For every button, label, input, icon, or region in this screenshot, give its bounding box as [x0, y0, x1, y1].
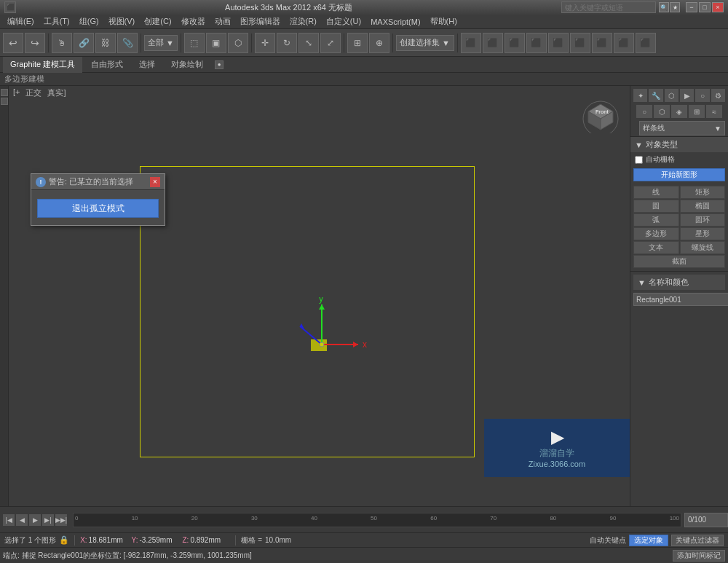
select-btn[interactable]: 🖱 [52, 33, 72, 53]
unlink-btn[interactable]: ⛓ [95, 33, 116, 53]
tab-freeform[interactable]: 自由形式 [84, 57, 130, 73]
obj-type-ngon[interactable]: 多边形 [633, 227, 679, 240]
icon-btn-c[interactable]: ◈ [671, 105, 687, 118]
frame-display[interactable]: 0 / 100 [684, 513, 728, 527]
key-filter-btn[interactable]: 关键点过滤器 [671, 535, 724, 546]
timeline-next-btn[interactable]: ▶| [42, 514, 54, 526]
obj-type-helix[interactable]: 螺旋线 [680, 241, 726, 254]
tab-select[interactable]: 选择 [132, 57, 162, 73]
obj-type-circle[interactable]: 圆 [633, 200, 679, 213]
alert-close-button[interactable]: × [150, 177, 160, 187]
mirror-btn[interactable]: ⬛ [461, 33, 481, 53]
render-frame-btn[interactable]: ⬛ [636, 33, 656, 53]
region-select-btn[interactable]: ▣ [206, 33, 226, 53]
obj-type-ellipse[interactable]: 椭圆 [680, 200, 726, 213]
menu-graph-editor[interactable]: 图形编辑器 [236, 15, 285, 28]
select-obj-btn[interactable]: ⬚ [184, 33, 205, 53]
link-btn[interactable]: 🔗 [74, 33, 94, 53]
render-setup-btn[interactable]: ⬛ [592, 33, 612, 53]
right-panel-icons: ✦ 🔧 ⬡ ▶ ○ ⚙ ○ ⬡ ◈ ⊞ ≈ 样条线 ▼ [630, 86, 728, 137]
start-new-shape-btn[interactable]: 开始新图形 [633, 168, 725, 181]
search-btn[interactable]: 🔍 [659, 2, 669, 12]
render-btn[interactable]: ⬛ [614, 33, 634, 53]
minimize-button[interactable]: − [686, 2, 697, 12]
icon-btn-d[interactable]: ⊞ [689, 105, 705, 118]
viewport-shading[interactable]: 真实] [47, 87, 66, 98]
menu-maxscript[interactable]: MAXScript(M) [366, 16, 424, 28]
icon-btn-e[interactable]: ≈ [706, 105, 722, 118]
obj-type-arc[interactable]: 弧 [633, 213, 679, 227]
obj-type-line[interactable]: 线 [633, 186, 679, 199]
menu-view[interactable]: 视图(V) [104, 15, 140, 28]
timeline-end-btn[interactable]: ▶▶| [55, 514, 67, 526]
object-type-header[interactable]: ▼ 对象类型 [630, 137, 728, 152]
star-btn[interactable]: ★ [670, 2, 680, 12]
icon-btn-a[interactable]: ○ [636, 105, 652, 118]
frame-total: 100 [694, 516, 706, 524]
menu-customize[interactable]: 自定义(U) [322, 15, 365, 28]
tab-object-paint[interactable]: 对象绘制 [164, 57, 210, 73]
menu-group[interactable]: 组(G) [75, 15, 103, 28]
window-crossing-btn[interactable]: ⬡ [228, 33, 248, 53]
view-cube[interactable]: Front [581, 93, 621, 133]
maximize-button[interactable]: □ [699, 2, 711, 12]
modify-panel-btn[interactable]: 🔧 [649, 89, 662, 102]
filter-dropdown[interactable]: 全部 ▼ [144, 35, 178, 51]
app-icon[interactable]: ⬛ [4, 1, 16, 13]
icon-btn-b[interactable]: ⬡ [654, 105, 670, 118]
viewport[interactable]: [+ 正交 真实] x y [9, 86, 630, 506]
align-btn[interactable]: ⬛ [483, 33, 503, 53]
material-btn[interactable]: ⬛ [570, 33, 590, 53]
search-input[interactable] [561, 1, 656, 13]
hierarchy-panel-btn[interactable]: ⬡ [665, 89, 678, 102]
name-color-header[interactable]: ▼ 名称和颜色 [633, 275, 725, 290]
timeline-play-btn[interactable]: ▶ [29, 514, 41, 526]
layer-btn[interactable]: ⬛ [505, 33, 525, 53]
obj-type-section[interactable]: 截面 [633, 255, 725, 268]
pivot-btn[interactable]: ⊕ [369, 33, 389, 53]
object-name-input[interactable] [633, 293, 728, 306]
schematic-btn[interactable]: ⬛ [548, 33, 569, 53]
obj-type-text[interactable]: 文本 [633, 241, 679, 254]
tab-graphite[interactable]: Graphite 建模工具 [3, 57, 82, 73]
viewport-ortho[interactable]: 正交 [25, 87, 41, 98]
timeline-start-btn[interactable]: |◀ [3, 514, 15, 526]
obj-type-donut[interactable]: 圆环 [680, 213, 726, 227]
selection-set-dropdown[interactable]: 创建选择集 ▼ [396, 35, 454, 51]
motion-panel-btn[interactable]: ▶ [680, 89, 694, 102]
create-panel-btn[interactable]: ✦ [633, 89, 647, 102]
select-filter-btn[interactable]: 选定对象 [629, 535, 668, 546]
spline-type-dropdown[interactable]: 样条线 ▼ [639, 121, 725, 135]
menu-render[interactable]: 渲染(R) [285, 15, 321, 28]
auto-grid-checkbox[interactable] [635, 156, 643, 164]
viewport-plus[interactable]: [+ [13, 87, 20, 98]
rotate-btn[interactable]: ↻ [277, 33, 297, 53]
timeline-track[interactable]: 0 10 20 30 40 50 60 70 80 90 100 [73, 513, 681, 527]
utility-panel-btn[interactable]: ⚙ [711, 89, 725, 102]
ref-coord-btn[interactable]: ⊞ [347, 33, 368, 53]
obj-type-rect[interactable]: 矩形 [680, 186, 726, 199]
add-time-tag-btn[interactable]: 添加时间标记 [673, 550, 725, 562]
menu-tools[interactable]: 工具(T) [39, 15, 74, 28]
close-button[interactable]: × [712, 2, 724, 12]
curve-editor-btn[interactable]: ⬛ [526, 33, 547, 53]
display-panel-btn[interactable]: ○ [695, 89, 709, 102]
menu-modifier[interactable]: 修改器 [177, 15, 210, 28]
menu-edit[interactable]: 编辑(E) [3, 15, 39, 28]
left-sidebar-btn-2[interactable] [1, 98, 8, 105]
timeline-prev-btn[interactable]: ◀ [16, 514, 28, 526]
scale-btn[interactable]: ⤡ [298, 33, 319, 53]
bind-btn[interactable]: 📎 [117, 33, 138, 53]
menu-animation[interactable]: 动画 [210, 15, 235, 28]
left-sidebar-btn-1[interactable] [1, 89, 8, 96]
undo-btn[interactable]: ↩ [3, 33, 23, 53]
menu-create[interactable]: 创建(C) [140, 15, 175, 28]
y-label: Y: [132, 536, 138, 544]
squash-btn[interactable]: ⤢ [320, 33, 341, 53]
redo-btn[interactable]: ↪ [25, 33, 45, 53]
move-btn[interactable]: ✛ [255, 33, 275, 53]
exit-isolation-button[interactable]: 退出孤立模式 [37, 199, 159, 218]
obj-type-star[interactable]: 星形 [680, 227, 726, 240]
tab-extra-dot[interactable]: ● [215, 60, 223, 69]
menu-help[interactable]: 帮助(H) [426, 15, 462, 28]
